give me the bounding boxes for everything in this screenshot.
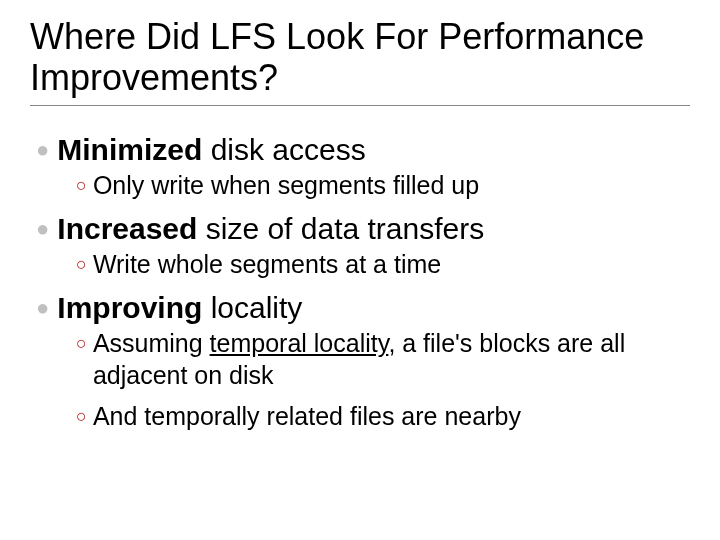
- circle-icon: ○: [76, 401, 87, 431]
- bullet-increased: ● Increased size of data transfers: [36, 211, 690, 247]
- subbullet-text: Assuming temporal locality, a file's blo…: [93, 328, 690, 391]
- disc-icon: ●: [36, 132, 49, 168]
- disc-icon: ●: [36, 211, 49, 247]
- circle-icon: ○: [76, 170, 87, 200]
- bullet-text: Minimized disk access: [57, 132, 365, 168]
- title-underline: [30, 105, 690, 106]
- slide-title: Where Did LFS Look For Performance Impro…: [30, 16, 690, 99]
- bullet-text: Improving locality: [57, 290, 302, 326]
- slide: Where Did LFS Look For Performance Impro…: [0, 0, 720, 540]
- subbullet-text: Write whole segments at a time: [93, 249, 690, 280]
- subbullet: ○ Assuming temporal locality, a file's b…: [76, 328, 690, 391]
- bullet-text: Increased size of data transfers: [57, 211, 484, 247]
- circle-icon: ○: [76, 328, 87, 358]
- subbullet: ○ Only write when segments filled up: [76, 170, 690, 201]
- disc-icon: ●: [36, 290, 49, 326]
- subbullet: ○ Write whole segments at a time: [76, 249, 690, 280]
- subbullet: ○ And temporally related files are nearb…: [76, 401, 690, 432]
- subbullet-text: And temporally related files are nearby: [93, 401, 690, 432]
- bullet-minimized: ● Minimized disk access: [36, 132, 690, 168]
- subbullet-text: Only write when segments filled up: [93, 170, 690, 201]
- bullet-improving: ● Improving locality: [36, 290, 690, 326]
- circle-icon: ○: [76, 249, 87, 279]
